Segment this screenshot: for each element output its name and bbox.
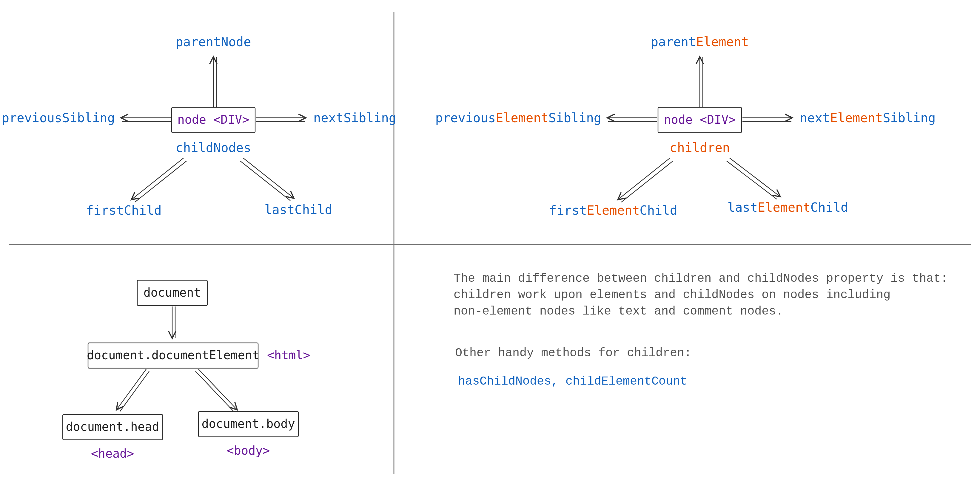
label-firstElementChild: firstElementChild (549, 203, 678, 218)
explanation-text: The main difference between children and… (453, 272, 948, 388)
arrow-to-head (116, 369, 146, 410)
arrow-down-left (618, 158, 670, 200)
arrow-down-right (243, 158, 294, 198)
node-tag: <DIV> (700, 113, 736, 127)
node-prefix: node (178, 113, 213, 127)
para-line1: The main difference between children and… (453, 272, 948, 285)
arrow-down-left (131, 158, 183, 200)
node-prefix: node (664, 113, 700, 127)
label-lastElementChild: lastElementChild (727, 200, 848, 215)
label-lastChild: lastChild (264, 203, 332, 217)
label-html-tag: <html> (267, 348, 310, 362)
label-nextElementSibling: nextElementSibling (800, 111, 935, 125)
label-childNodes: childNodes (176, 140, 251, 155)
label-body: document.body (201, 417, 295, 431)
svg-text:node <DIV>: node <DIV> (178, 113, 250, 127)
label-head: document.head (66, 420, 159, 434)
label-head-tag: <head> (91, 447, 134, 460)
para-line5: hasChildNodes, childElementCount (458, 375, 687, 388)
para-line2: children work upon elements and childNod… (453, 288, 891, 302)
label-nextSibling: nextSibling (313, 111, 396, 125)
label-parentElement: parentElement (651, 35, 749, 49)
label-previousElementSibling: previousElementSibling (435, 111, 601, 125)
label-children: children (670, 140, 730, 155)
svg-text:node <DIV>: node <DIV> (664, 113, 736, 127)
diagram-element-navigation: node <DIV> parentElement previousElement… (435, 35, 936, 218)
para-line4: Other handy methods for children: (455, 347, 691, 360)
label-document: document (143, 286, 201, 299)
label-documentElement: document.documentElement (87, 348, 259, 362)
label-previousSibling: previousSibling (2, 111, 115, 125)
arrow-down-right (730, 158, 780, 197)
para-line3: non-element nodes like text and comment … (453, 305, 783, 318)
diagram-node-navigation: node <DIV> parentNode previousSibling ne… (2, 35, 396, 218)
label-body-tag: <body> (227, 444, 270, 457)
arrow-to-body (199, 369, 237, 410)
label-firstChild: firstChild (86, 203, 162, 218)
diagram-document-tree: document document.documentElement <html>… (63, 280, 310, 460)
node-tag: <DIV> (213, 113, 249, 127)
label-parentNode: parentNode (176, 35, 251, 49)
